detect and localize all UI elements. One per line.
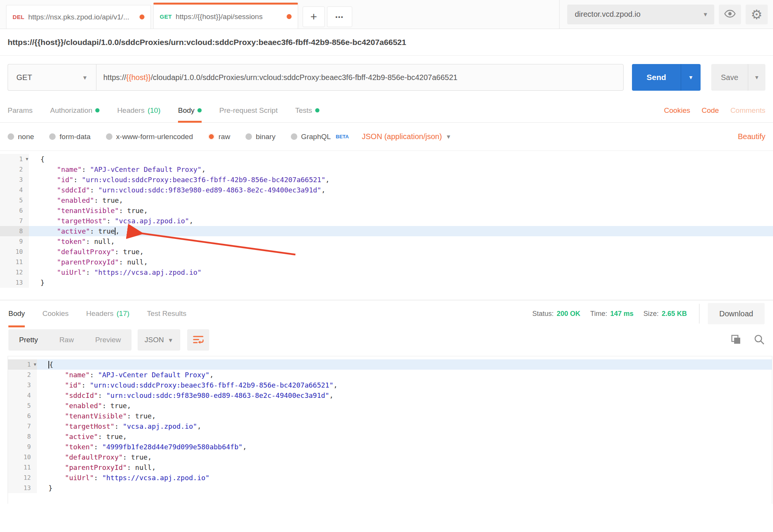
tab-tests[interactable]: Tests bbox=[295, 98, 319, 122]
view-raw-button[interactable]: Raw bbox=[49, 329, 85, 351]
radio-x-www-form-urlencoded[interactable]: x-www-form-urlencoded bbox=[106, 133, 193, 141]
new-tab-button[interactable]: + bbox=[303, 6, 325, 27]
response-tab-cookies[interactable]: Cookies bbox=[42, 300, 69, 327]
radio-raw-selected[interactable]: raw bbox=[208, 133, 230, 141]
wrap-text-button[interactable] bbox=[187, 329, 209, 351]
view-preview-button[interactable]: Preview bbox=[85, 329, 132, 351]
comments-link[interactable]: Comments bbox=[730, 106, 765, 115]
environment-quick-look-button[interactable] bbox=[719, 5, 741, 24]
code-line: 6 "tenantVisible": true, bbox=[0, 205, 773, 216]
line-number: 10 bbox=[8, 452, 37, 462]
url-input[interactable]: https://{{host}}/cloudapi/1.0.0/sddcProx… bbox=[96, 64, 624, 91]
request-title: https://{{host}}/cloudapi/1.0.0/sddcProx… bbox=[8, 38, 406, 47]
code-line: 1▼{ bbox=[8, 359, 772, 370]
code-line: 13} bbox=[0, 277, 773, 288]
line-number: 5 bbox=[0, 195, 29, 205]
view-mode-switch: Pretty Raw Preview bbox=[8, 329, 132, 351]
tab-url: https://nsx.pks.zpod.io/api/v1/... bbox=[28, 13, 136, 21]
radio-graphql[interactable]: GraphQLBETA bbox=[291, 133, 349, 141]
divider bbox=[699, 304, 699, 324]
fold-arrow-icon[interactable]: ▼ bbox=[34, 359, 36, 370]
line-number: 3 bbox=[0, 175, 29, 185]
body-type-row: none form-data x-www-form-urlencoded raw… bbox=[0, 123, 773, 151]
line-number: 13 bbox=[0, 277, 29, 288]
radio-none[interactable]: none bbox=[8, 133, 34, 141]
response-tab-test-results[interactable]: Test Results bbox=[147, 300, 186, 327]
code-link[interactable]: Code bbox=[702, 106, 719, 115]
beautify-link[interactable]: Beautify bbox=[738, 132, 765, 141]
tab-headers[interactable]: Headers(10) bbox=[117, 98, 160, 122]
code-line: 1▼{ bbox=[0, 154, 773, 164]
tab-body[interactable]: Body bbox=[178, 98, 202, 122]
beta-badge: BETA bbox=[336, 134, 349, 139]
tab-prerequest-script[interactable]: Pre-request Script bbox=[219, 98, 277, 122]
tab-params[interactable]: Params bbox=[8, 98, 32, 122]
line-number: 11 bbox=[0, 257, 29, 267]
line-number: 12 bbox=[8, 473, 37, 483]
time-badge: Time:147 ms bbox=[590, 310, 633, 318]
code-line: 12 "uiUrl": "https://vcsa.apj.zpod.io" bbox=[0, 267, 773, 277]
method-select[interactable]: GET ▼ bbox=[8, 64, 96, 91]
save-button[interactable]: Save bbox=[711, 64, 748, 91]
code-line: 5 "enabled": true, bbox=[8, 401, 772, 411]
code-line: 7 "targetHost": "vcsa.apj.zpod.io", bbox=[8, 421, 772, 431]
view-pretty-button[interactable]: Pretty bbox=[8, 329, 49, 351]
code-line: 8 "active": true, bbox=[0, 226, 773, 236]
save-options-button[interactable]: ▼ bbox=[748, 64, 765, 91]
cookies-link[interactable]: Cookies bbox=[664, 106, 690, 115]
code-line: 13} bbox=[8, 483, 772, 493]
unsaved-dot-icon bbox=[287, 14, 292, 19]
tab-options-button[interactable]: ••• bbox=[327, 6, 352, 27]
search-response-button[interactable] bbox=[754, 334, 765, 346]
radio-icon bbox=[245, 133, 252, 140]
line-number: 4 bbox=[8, 390, 37, 401]
tab-authorization[interactable]: Authorization bbox=[50, 98, 99, 122]
download-button[interactable]: Download bbox=[708, 303, 765, 324]
environment-settings-button[interactable]: ⚙ bbox=[746, 5, 768, 24]
response-tab-headers[interactable]: Headers(17) bbox=[86, 300, 130, 327]
request-body-editor[interactable]: 1▼{2 "name": "APJ-vCenter Default Proxy"… bbox=[0, 151, 773, 300]
line-number: 8 bbox=[0, 226, 29, 236]
request-tab-2-active[interactable]: GET https://{{host}}/api/sessions bbox=[153, 3, 298, 29]
line-number: 5 bbox=[8, 401, 37, 411]
code-line: 9 "token": null, bbox=[0, 236, 773, 247]
response-format-selector[interactable]: JSON ▼ bbox=[138, 329, 180, 351]
eye-icon bbox=[724, 10, 736, 19]
send-options-button[interactable]: ▼ bbox=[681, 64, 701, 91]
copy-response-button[interactable] bbox=[731, 335, 741, 346]
code-line: 6 "tenantVisible": true, bbox=[8, 411, 772, 421]
radio-binary[interactable]: binary bbox=[245, 133, 276, 141]
configured-dot-icon bbox=[95, 108, 99, 112]
code-line: 9 "token": "4999fb1fe28d44e79d099e580abb… bbox=[8, 442, 772, 452]
line-number: 6 bbox=[8, 411, 37, 421]
request-tab-1[interactable]: DEL https://nsx.pks.zpod.io/api/v1/... bbox=[6, 5, 151, 29]
line-number: 9 bbox=[0, 236, 29, 247]
request-builder: GET ▼ https://{{host}}/cloudapi/1.0.0/sd… bbox=[0, 56, 773, 98]
code-line: 4 "sddcId": "urn:vcloud:sddc:9f83e980-ed… bbox=[0, 185, 773, 195]
url-variable: {{host}} bbox=[126, 73, 151, 82]
wrap-text-icon bbox=[193, 335, 204, 346]
unsaved-dot-icon bbox=[140, 14, 144, 19]
send-button[interactable]: Send bbox=[632, 64, 681, 91]
chevron-down-icon: ▼ bbox=[702, 11, 708, 18]
line-number: 6 bbox=[0, 205, 29, 216]
environment-selector[interactable]: director.vcd.zpod.io ▼ bbox=[567, 5, 714, 24]
radio-form-data[interactable]: form-data bbox=[49, 133, 90, 141]
environment-area: director.vcd.zpod.io ▼ ⚙ bbox=[559, 0, 773, 29]
url-text: /cloudapi/1.0.0/sddcProxies/urn:vcloud:s… bbox=[151, 73, 458, 82]
response-body-viewer[interactable]: 1▼{2 "name": "APJ-vCenter Default Proxy"… bbox=[8, 356, 772, 504]
response-tab-body[interactable]: Body bbox=[8, 300, 25, 327]
code-line: 12 "uiUrl": "https://vcsa.apj.zpod.io" bbox=[8, 473, 772, 483]
url-text: https:// bbox=[103, 73, 126, 82]
radio-icon bbox=[291, 133, 297, 140]
line-number: 13 bbox=[8, 483, 37, 493]
code-line: 5 "enabled": true, bbox=[0, 195, 773, 205]
line-number: 12 bbox=[0, 267, 29, 277]
content-type-selector[interactable]: JSON (application/json) ▼ bbox=[362, 132, 451, 141]
fold-arrow-icon[interactable]: ▼ bbox=[26, 154, 28, 164]
code-line: 3 "id": "urn:vcloud:sddcProxy:beaec3f6-f… bbox=[0, 175, 773, 185]
code-line: 2 "name": "APJ-vCenter Default Proxy", bbox=[8, 370, 772, 380]
status-badge: Status:200 OK bbox=[532, 310, 580, 318]
response-view-toolbar: Pretty Raw Preview JSON ▼ bbox=[0, 327, 773, 356]
line-number: 9 bbox=[8, 442, 37, 452]
